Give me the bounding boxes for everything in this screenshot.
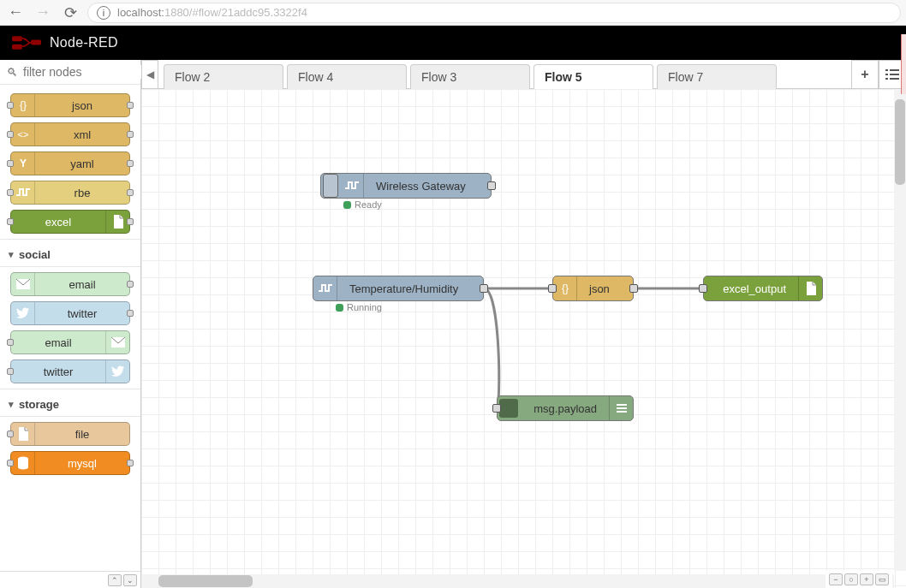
- palette-node-mysql[interactable]: mysql: [10, 451, 130, 475]
- palette-node-label: file: [35, 428, 129, 441]
- url-bar[interactable]: i localhost:1880/#flow/21addc95.3322f4: [87, 3, 901, 23]
- wave-icon: [340, 174, 364, 198]
- tab-flow-7[interactable]: Flow 7: [657, 64, 777, 89]
- tab-flow-5[interactable]: Flow 5: [533, 64, 653, 89]
- palette-node-xml[interactable]: <>xml: [10, 122, 130, 146]
- node-red-logo: [12, 33, 41, 52]
- palette-sidebar: 🔍︎ {}json<>xmlYyamlrbeexcelsocialemailtw…: [0, 60, 141, 588]
- flow-node-label: excel_output: [711, 282, 798, 295]
- svg-rect-14: [890, 78, 899, 80]
- palette-node-label: twitter: [35, 307, 129, 320]
- back-button[interactable]: ←: [5, 3, 26, 23]
- palette-node-twitter[interactable]: twitter: [10, 359, 130, 383]
- flow-node-excel[interactable]: excel_output: [703, 276, 823, 301]
- url-port: 1880: [164, 6, 189, 19]
- flow-node-label: msg.payload: [522, 402, 609, 415]
- palette-node-json[interactable]: {}json: [10, 93, 130, 117]
- svg-rect-9: [885, 69, 888, 71]
- reload-button[interactable]: ⟳: [60, 3, 80, 23]
- flow-node-json[interactable]: {}json: [552, 276, 634, 301]
- svg-rect-1: [12, 45, 22, 50]
- canvas-footer-tools: − ○ + ▭: [826, 571, 892, 588]
- svg-text:{}: {}: [19, 99, 26, 111]
- wave-icon: [11, 181, 35, 204]
- wire-temp-debug[interactable]: [484, 288, 499, 408]
- palette-node-email[interactable]: email: [10, 272, 130, 296]
- y-icon: Y: [11, 152, 35, 175]
- flow-node-temp[interactable]: Temperature/HumidityRunning: [313, 276, 484, 301]
- palette-node-label: mysql: [35, 457, 129, 470]
- palette-node-email[interactable]: email: [10, 330, 130, 354]
- palette-node-label: yaml: [35, 157, 129, 170]
- svg-rect-10: [890, 69, 899, 71]
- palette-node-rbe[interactable]: rbe: [10, 181, 130, 205]
- browser-top-bar: ← → ⟳ i localhost:1880/#flow/21addc95.33…: [0, 0, 906, 26]
- output-port[interactable]: [629, 284, 638, 293]
- app-title: Node-RED: [50, 35, 118, 50]
- url-host: localhost:: [117, 6, 164, 19]
- workspace: ◀ Flow 2Flow 4Flow 3Flow 5Flow 7 + Wirel…: [141, 60, 906, 588]
- palette-node-label: json: [35, 99, 129, 112]
- svg-rect-13: [885, 78, 888, 80]
- palette-node-twitter[interactable]: twitter: [10, 301, 130, 325]
- vertical-scrollbar[interactable]: [894, 89, 906, 571]
- debug-toggle-button[interactable]: [499, 399, 518, 418]
- inject-button[interactable]: [323, 174, 338, 198]
- url-path: /#flow/21addc95.3322f4: [189, 6, 307, 19]
- add-flow-button[interactable]: +: [851, 60, 879, 88]
- tab-flow-3[interactable]: Flow 3: [410, 64, 530, 89]
- db-icon: [11, 452, 35, 474]
- palette-expand-button[interactable]: ⌄: [123, 574, 137, 586]
- app-header: Node-RED: [0, 26, 906, 60]
- twitter-icon: [11, 302, 35, 324]
- palette-node-label: rbe: [35, 187, 129, 199]
- output-port[interactable]: [480, 284, 488, 293]
- input-port[interactable]: [492, 404, 501, 413]
- svg-rect-0: [12, 36, 22, 41]
- braces-icon: {}: [553, 276, 577, 300]
- flow-node-label: Temperature/Humidity: [337, 282, 470, 295]
- flow-node-gateway[interactable]: Wireless GatewayReady: [320, 173, 492, 199]
- palette-node-label: twitter: [11, 365, 105, 378]
- tab-flow-4[interactable]: Flow 4: [287, 64, 407, 89]
- svg-text:{}: {}: [561, 282, 568, 294]
- palette-node-label: email: [35, 278, 129, 291]
- lines-icon: [609, 396, 633, 420]
- palette-node-yaml[interactable]: Yyaml: [10, 151, 130, 175]
- input-port[interactable]: [548, 284, 557, 293]
- navigator-button[interactable]: ▭: [875, 573, 889, 585]
- input-port[interactable]: [699, 284, 707, 293]
- zoom-in-button[interactable]: +: [860, 573, 873, 585]
- palette-list: {}json<>xmlYyamlrbeexcelsocialemailtwitt…: [0, 85, 140, 571]
- sidebar-collapsed-handle[interactable]: [901, 34, 906, 94]
- tab-tools: +: [851, 60, 906, 88]
- tag-icon: <>: [11, 123, 35, 146]
- horizontal-scrollbar[interactable]: [141, 574, 894, 588]
- tab-flow-2[interactable]: Flow 2: [164, 64, 283, 89]
- palette-node-label: excel: [11, 216, 105, 229]
- zoom-reset-button[interactable]: ○: [844, 573, 858, 585]
- flow-node-debug[interactable]: msg.payload: [497, 395, 634, 421]
- palette-node-excel[interactable]: excel: [10, 210, 130, 234]
- palette-footer: ⌃ ⌄: [0, 571, 140, 588]
- flow-tabs: Flow 2Flow 4Flow 3Flow 5Flow 7: [158, 60, 851, 88]
- svg-rect-12: [890, 74, 899, 75]
- wave-icon: [313, 276, 337, 300]
- palette-collapse-button[interactable]: ⌃: [108, 574, 122, 586]
- flow-canvas[interactable]: Wireless GatewayReadyTemperature/Humidit…: [141, 89, 906, 588]
- svg-text:Y: Y: [19, 157, 26, 169]
- palette-category-storage[interactable]: storage: [0, 389, 140, 417]
- search-icon: 🔍︎: [7, 66, 18, 79]
- palette-category-social[interactable]: social: [0, 239, 140, 267]
- zoom-out-button[interactable]: −: [829, 573, 843, 585]
- forward-button[interactable]: →: [33, 3, 53, 23]
- svg-text:<>: <>: [17, 129, 28, 140]
- node-status: Running: [336, 300, 382, 312]
- svg-rect-11: [885, 74, 888, 75]
- site-info-icon[interactable]: i: [97, 6, 110, 20]
- mail-icon: [11, 273, 35, 295]
- output-port[interactable]: [487, 181, 496, 190]
- tabs-scroll-left[interactable]: ◀: [141, 60, 158, 88]
- flow-node-label: Wireless Gateway: [364, 180, 478, 193]
- palette-node-file[interactable]: file: [10, 422, 130, 446]
